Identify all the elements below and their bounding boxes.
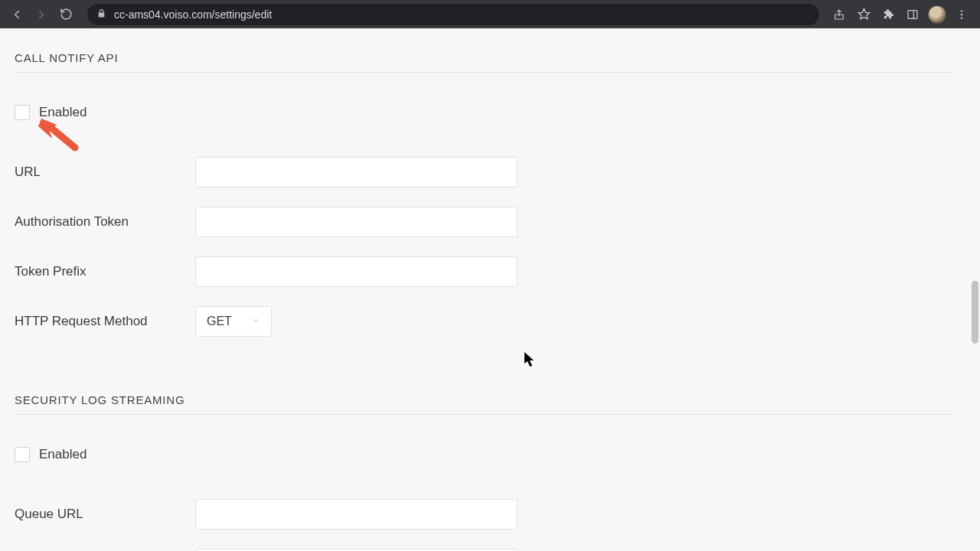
- forward-button[interactable]: [31, 4, 52, 25]
- reload-button[interactable]: [55, 4, 77, 25]
- svg-point-4: [961, 10, 962, 11]
- section-header-call-notify: CALL NOTIFY API: [0, 51, 969, 64]
- token-prefix-input[interactable]: [195, 256, 518, 287]
- token-prefix-label: Token Prefix: [15, 264, 195, 279]
- svg-rect-2: [908, 10, 917, 18]
- side-panel-icon[interactable]: [900, 4, 925, 25]
- queue-url-label: Queue URL: [15, 507, 195, 522]
- security-log-enabled-checkbox[interactable]: [15, 447, 30, 462]
- extensions-icon[interactable]: [876, 4, 900, 25]
- back-button[interactable]: [6, 4, 28, 25]
- share-icon[interactable]: [827, 4, 851, 25]
- http-method-value: GET: [207, 315, 232, 328]
- section-header-security-log: SECURITY LOG STREAMING: [0, 393, 969, 406]
- url-label: URL: [15, 165, 195, 180]
- security-log-enabled-label: Enabled: [39, 447, 87, 462]
- svg-marker-1: [858, 8, 869, 18]
- page-scrollbar[interactable]: [969, 28, 980, 551]
- browser-toolbar: cc-ams04.voiso.com/settings/edit: [0, 0, 980, 28]
- http-method-select[interactable]: GET: [195, 306, 272, 337]
- divider: [15, 72, 954, 73]
- svg-point-6: [961, 17, 962, 18]
- call-notify-enabled-checkbox[interactable]: [15, 105, 30, 120]
- queue-url-input[interactable]: [195, 499, 518, 530]
- address-bar-text: cc-ams04.voiso.com/settings/edit: [114, 8, 272, 21]
- http-method-label: HTTP Request Method: [15, 314, 195, 329]
- kebab-menu-icon[interactable]: [949, 4, 974, 25]
- auth-token-input[interactable]: [195, 207, 518, 237]
- url-input[interactable]: [195, 157, 518, 187]
- toolbar-right: [827, 4, 974, 25]
- chevron-down-icon: [251, 315, 260, 328]
- page-viewport: CALL NOTIFY API Enabled URL Authorisatio…: [0, 28, 969, 551]
- lock-icon: [96, 8, 106, 21]
- call-notify-enabled-label: Enabled: [39, 105, 87, 120]
- scrollbar-thumb[interactable]: [972, 281, 978, 344]
- auth-token-label: Authorisation Token: [15, 214, 195, 230]
- svg-point-5: [961, 13, 962, 15]
- divider: [15, 414, 954, 415]
- profile-avatar[interactable]: [925, 4, 949, 25]
- address-bar[interactable]: cc-ams04.voiso.com/settings/edit: [87, 4, 819, 25]
- star-icon[interactable]: [851, 4, 876, 25]
